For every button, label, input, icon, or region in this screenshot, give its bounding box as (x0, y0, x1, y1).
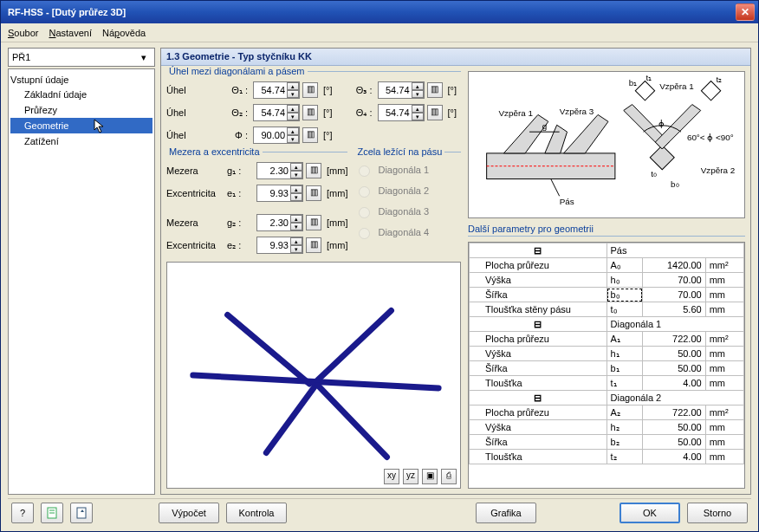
view-xy-button[interactable]: xy (384, 469, 399, 484)
spin-up[interactable]: ▴ (287, 127, 299, 135)
view-iso-button[interactable]: ▣ (422, 469, 438, 484)
group-gap: Mezera a excentricita Mezerag₁ :▴▾▥[mm]E… (166, 152, 347, 256)
param-val[interactable]: 50.00 (643, 347, 705, 361)
unit-mm: [mm] (327, 188, 347, 198)
menu-help[interactable]: Nápověda (102, 28, 146, 38)
spin-down[interactable]: ▾ (412, 90, 424, 98)
param-val[interactable]: 722.00 (643, 332, 705, 347)
tree-root[interactable]: Vstupní údaje (10, 73, 152, 87)
tree-item-sections[interactable]: Průřezy (10, 102, 152, 118)
params-title: Další parametry pro geometrii (468, 224, 745, 237)
tree-item-geometry[interactable]: Geometrie (10, 118, 152, 133)
unit-mm: [mm] (327, 217, 347, 228)
gap-input-3[interactable] (257, 239, 290, 251)
param-val[interactable]: 722.00 (643, 405, 705, 420)
pick-button[interactable]: ▥ (306, 185, 321, 201)
spin-down[interactable]: ▾ (412, 113, 424, 120)
close-button[interactable]: ✕ (736, 3, 755, 21)
view-yz-button[interactable]: yz (403, 469, 418, 484)
gap-input-0[interactable] (257, 165, 290, 177)
gap-input-2[interactable] (257, 217, 290, 229)
spin-down[interactable]: ▾ (287, 90, 299, 98)
pick-angle-button[interactable]: ▥ (427, 105, 443, 120)
gap-sym: e₁ : (227, 188, 251, 199)
spin-down[interactable]: ▾ (290, 223, 302, 230)
spin-up[interactable]: ▴ (412, 82, 424, 90)
group-zcela-title: Zcela ležící na pásu (354, 146, 444, 157)
svg-line-11 (551, 179, 560, 197)
theta1-sym: Θ₁ : (224, 85, 248, 96)
svg-marker-8 (564, 114, 608, 152)
unit-deg: [°] (448, 85, 457, 95)
params-table[interactable]: ⊟PásPlocha průřezuA₀1420.00mm²Výškah₀70.… (468, 242, 745, 489)
pick-angle-button[interactable]: ▥ (302, 127, 318, 143)
spin-up[interactable]: ▴ (287, 82, 299, 90)
pick-angle-button[interactable]: ▥ (302, 105, 318, 120)
svg-line-2 (314, 310, 391, 384)
spin-down[interactable]: ▾ (287, 135, 299, 143)
storno-button[interactable]: Storno (687, 503, 748, 523)
spin-up[interactable]: ▴ (290, 185, 302, 193)
svg-marker-9 (545, 125, 568, 153)
pick-button[interactable]: ▥ (306, 163, 321, 178)
param-val[interactable]: 50.00 (643, 420, 705, 435)
ok-button[interactable]: OK (620, 503, 680, 523)
spin-down[interactable]: ▾ (290, 245, 302, 253)
collapse-icon[interactable]: ⊟ (470, 317, 607, 332)
nav-tree[interactable]: Vstupní údaje Základní údaje Průřezy Geo… (8, 68, 155, 495)
case-selector[interactable]: PŘ1 ▾ (8, 48, 155, 67)
pick-angle-button[interactable]: ▥ (427, 82, 443, 98)
spin-down[interactable]: ▾ (290, 171, 302, 178)
spin-up[interactable]: ▴ (290, 163, 302, 171)
param-val[interactable]: 50.00 (643, 435, 705, 450)
param-unit: mm (705, 347, 743, 361)
param-sym: A₁ (607, 332, 643, 347)
export-button[interactable] (70, 503, 93, 523)
preview-3d[interactable]: xy yz ▣ ⎙ (166, 262, 461, 489)
gap-input-1[interactable] (257, 187, 290, 199)
pick-angle-button[interactable]: ▥ (302, 82, 318, 98)
theta1-input[interactable] (254, 84, 287, 96)
tree-item-loading[interactable]: Zatížení (10, 133, 152, 149)
param-val[interactable]: 4.00 (643, 450, 705, 464)
spin-down[interactable]: ▾ (290, 193, 302, 201)
view-print-button[interactable]: ⎙ (441, 469, 457, 484)
pick-button[interactable]: ▥ (306, 237, 321, 253)
report-button[interactable] (41, 503, 63, 523)
titlebar: RF-HSS - [Dutý průřez 3D] ✕ (1, 1, 758, 23)
param-val[interactable]: 50.00 (643, 361, 705, 376)
param-val[interactable]: 70.00 (643, 273, 705, 288)
spin-up[interactable]: ▴ (287, 105, 299, 113)
compute-button[interactable]: Výpočet (159, 503, 219, 523)
collapse-icon[interactable]: ⊟ (470, 391, 607, 405)
case-selector-value: PŘ1 (12, 52, 30, 62)
grafik-button[interactable]: Grafika (476, 503, 536, 523)
pick-button[interactable]: ▥ (306, 215, 321, 230)
phi-input[interactable] (254, 129, 287, 141)
menu-settings[interactable]: Nastavení (49, 28, 92, 38)
menu-file[interactable]: Soubor (8, 28, 38, 38)
param-val[interactable]: 5.60 (643, 302, 705, 317)
svg-line-3 (266, 386, 315, 453)
spin-down[interactable]: ▾ (287, 113, 299, 120)
theta3-input[interactable] (379, 84, 412, 96)
param-sym: t₀ (607, 302, 643, 317)
check-button[interactable]: Kontrola (226, 503, 287, 523)
param-val[interactable]: 4.00 (643, 376, 705, 391)
spin-up[interactable]: ▴ (290, 237, 302, 245)
tree-item-basic[interactable]: Základní údaje (10, 87, 152, 102)
param-unit: mm (705, 435, 743, 450)
param-name: Plocha průřezu (470, 258, 607, 273)
param-val[interactable]: 70.00 (643, 288, 705, 302)
collapse-icon[interactable]: ⊟ (470, 243, 607, 258)
pane-header: 1.3 Geometrie - Typ styčníku KK (161, 49, 750, 66)
param-val[interactable]: 1420.00 (643, 258, 705, 273)
param-name: Šířka (470, 435, 607, 450)
help-button[interactable]: ? (11, 503, 34, 523)
unit-deg: [°] (323, 130, 333, 140)
theta2-input[interactable] (254, 107, 287, 119)
spin-up[interactable]: ▴ (290, 215, 302, 223)
spin-up[interactable]: ▴ (412, 105, 424, 113)
group-zcela: Zcela ležící na pásu Diagonála 1Diagonál… (354, 152, 461, 256)
theta4-input[interactable] (379, 107, 412, 119)
